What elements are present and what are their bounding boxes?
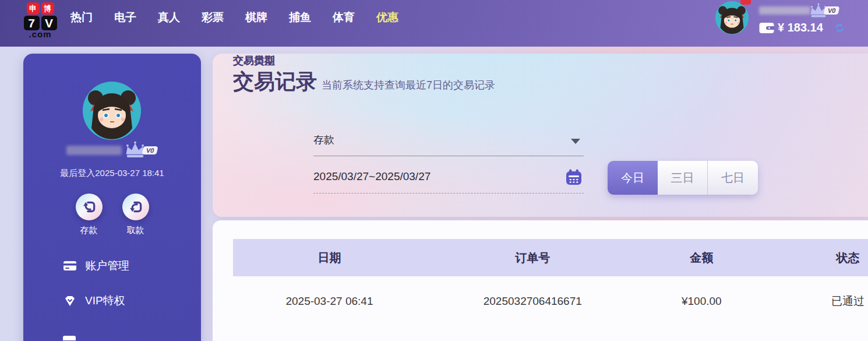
avatar-illustration [83,82,141,140]
nav-item-promo[interactable]: 优惠 [376,10,398,25]
withdraw-button[interactable]: 取款 [122,194,149,236]
balance-amount: ¥ 183.14 [778,21,823,34]
username-blurred [66,146,122,155]
logo-char-1: 申 [27,2,40,15]
main-nav: 热门 电子 真人 彩票 棋牌 捕鱼 体育 优惠 [70,10,398,25]
quick-actions: 存款 取款 [23,194,201,236]
brand-logo[interactable]: 申 博 7 V .com [22,2,58,38]
avatar-illustration [715,1,749,34]
date-filter-label: 交易日期 [233,54,275,68]
sidebar-menu: 账户管理 VIP特权 [63,259,191,329]
nav-item-lottery[interactable]: 彩票 [202,10,224,25]
transaction-table-panel: 日期 订单号 金额 状态 2025-03-27 06:41 2025032706… [213,220,868,341]
last-login-text: 最后登入2025-03-27 18:41 [23,168,201,179]
top-navbar: 申 博 7 V .com 热门 电子 真人 彩票 棋牌 捕鱼 体育 优惠 [0,0,868,47]
transaction-filter-panel: 交易记录 当前系统支持查询最近7日的交易记录 交易类型 存款 交易日期 2025… [213,54,868,217]
page-subtitle: 当前系统支持查询最近7日的交易记录 [322,78,495,92]
deposit-label: 存款 [80,225,98,236]
col-header-status: 状态 [764,250,868,266]
page: 申 博 7 V .com 热门 电子 真人 彩票 棋牌 捕鱼 体育 优惠 [0,0,868,341]
calendar-icon[interactable] [565,168,583,186]
refresh-balance-icon[interactable] [834,22,845,34]
profile-avatar [83,82,141,140]
deposit-button[interactable]: 存款 [76,194,103,236]
date-range-field[interactable]: 2025/03/27~2025/03/27 [313,168,584,194]
deposit-icon [82,199,97,215]
notification-badge [740,0,751,5]
diamond-icon [63,294,77,307]
date-range-value: 2025/03/27~2025/03/27 [313,168,584,185]
wallet-icon [759,22,774,34]
logo-suffix: .com [22,30,58,38]
user-avatar[interactable] [715,1,749,34]
type-select-value: 存款 [313,132,584,148]
sidebar-item-partial-icon[interactable] [63,336,76,340]
nav-item-cards[interactable]: 棋牌 [245,10,267,25]
col-header-order: 订单号 [426,250,640,266]
range-today-button[interactable]: 今日 [608,161,658,195]
cell-amount: ¥100.00 [640,295,764,308]
nav-item-hot[interactable]: 热门 [70,10,93,25]
nav-item-sports[interactable]: 体育 [333,10,355,25]
type-select[interactable]: 存款 [313,132,584,156]
cell-date: 2025-03-27 06:41 [233,295,426,308]
range-7day-button[interactable]: 七日 [708,161,758,195]
sidebar-item-label: VIP特权 [85,293,125,308]
col-header-amount: 金额 [640,250,764,266]
cell-order-number: 2025032706416671 [426,295,640,308]
table-header-row: 日期 订单号 金额 状态 [233,239,868,276]
bank-card-icon [63,260,77,272]
vip-level-badge: V0 [824,6,840,15]
nav-item-live[interactable]: 真人 [158,10,180,25]
profile-userline: V0 [23,141,201,159]
table-row: 2025-03-27 06:41 2025032706416671 ¥100.0… [233,276,868,326]
chevron-down-icon [571,139,580,144]
col-header-date: 日期 [233,250,426,266]
logo-main-1: 7 [24,16,40,30]
sidebar-item-account[interactable]: 账户管理 [63,259,191,273]
withdraw-icon [128,199,143,215]
page-title: 交易记录 [233,68,317,96]
cell-status: 已通过 [764,294,868,309]
logo-char-2: 博 [41,2,54,15]
user-info: V0 ¥ 183.14 [759,3,845,34]
date-range-quick-buttons: 今日 三日 七日 [608,161,758,195]
nav-item-fishing[interactable]: 捕鱼 [289,10,311,25]
logo-main-2: V [41,16,57,30]
sidebar: V0 最后登入2025-03-27 18:41 存款 [23,54,201,341]
sidebar-item-label: 账户管理 [85,258,129,273]
nav-item-slots[interactable]: 电子 [114,10,136,25]
withdraw-label: 取款 [127,225,144,236]
vip-level-badge: V0 [142,146,158,154]
sidebar-item-vip[interactable]: VIP特权 [63,294,191,308]
username-blurred [759,6,810,15]
range-3day-button[interactable]: 三日 [658,161,708,195]
